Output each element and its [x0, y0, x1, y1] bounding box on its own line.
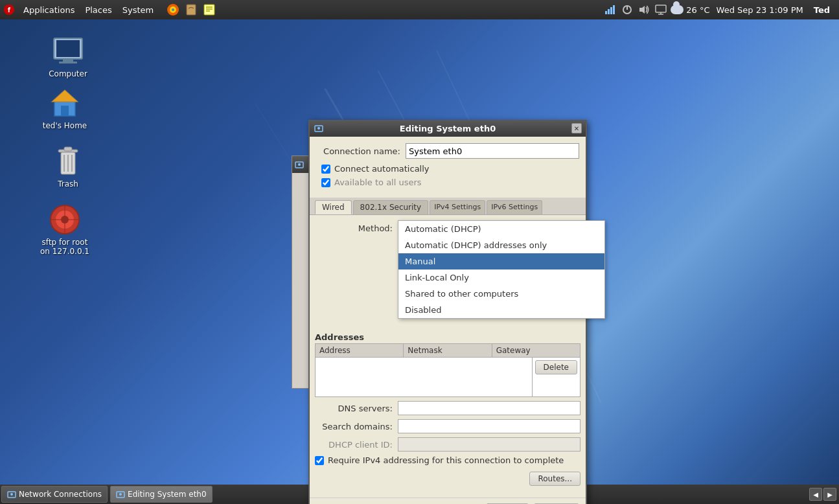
tab-802[interactable]: 802.1x Security — [353, 200, 429, 214]
svg-point-39 — [298, 163, 301, 166]
svg-marker-16 — [639, 6, 645, 14]
tab-wired[interactable]: Wired — [315, 200, 352, 214]
applications-menu[interactable]: Applications — [18, 0, 80, 19]
dropdown-item-shared[interactable]: Shared to other computers — [398, 286, 604, 302]
dhcp-row: DHCP client ID: — [310, 437, 586, 452]
places-menu[interactable]: Places — [80, 0, 117, 19]
nc-window-icon — [295, 160, 304, 169]
taskbar-editing-eth0[interactable]: Editing System eth0 — [110, 486, 213, 503]
edit-dialog: Editing System eth0 ✕ Connection name: C… — [308, 120, 587, 504]
tab-content: Method: Manual ▼ Automatic (DHCP) Automa… — [310, 215, 586, 494]
search-domains-row: Search domains: — [310, 419, 586, 433]
svg-point-4 — [172, 8, 174, 11]
dns-input[interactable] — [398, 401, 580, 415]
netmask-col-header: Netmask — [404, 344, 492, 357]
svg-rect-17 — [656, 5, 666, 12]
dialog-title: Editing System eth0 — [328, 124, 568, 133]
taskbar-nc-label: Network Connections — [19, 490, 102, 499]
connect-auto-checkbox[interactable] — [321, 165, 330, 174]
available-all-checkbox[interactable] — [321, 178, 330, 187]
method-dropdown-menu: Automatic (DHCP) Automatic (DHCP) addres… — [398, 220, 605, 319]
connect-auto-label: Connect automatically — [334, 164, 430, 174]
addresses-section: Addresses Address Netmask Gateway Delete — [310, 330, 586, 397]
available-all-label: Available to all users — [334, 178, 422, 187]
require-ipv4-row: Require IPv4 addressing for this connect… — [310, 455, 586, 465]
clock: Wed Sep 23 1:09 PM — [713, 5, 807, 15]
connect-auto-row: Connect automatically — [316, 164, 579, 174]
dialog-body: Connection name: Connect automatically A… — [310, 137, 586, 198]
system-menu[interactable]: System — [117, 0, 159, 19]
dropdown-item-auto-dhcp[interactable]: Automatic (DHCP) — [398, 221, 604, 237]
svg-rect-13 — [613, 5, 615, 14]
dropdown-item-manual[interactable]: Manual — [398, 253, 604, 269]
svg-point-43 — [10, 493, 13, 496]
connection-name-row: Connection name: — [316, 143, 579, 159]
taskbar-next-btn[interactable]: ▶ — [823, 488, 836, 501]
address-col-header: Address — [316, 344, 404, 357]
delete-btn-area: Delete — [533, 358, 580, 396]
search-label: Search domains: — [315, 422, 393, 431]
tab-ipv4[interactable]: IPv4 Settings — [430, 200, 485, 214]
weather-cloud-icon — [671, 5, 684, 14]
dialog-close-button[interactable]: ✕ — [571, 123, 582, 133]
require-ipv4-label: Require IPv4 addressing for this connect… — [328, 455, 564, 465]
addresses-list — [316, 358, 533, 396]
delete-button[interactable]: Delete — [535, 360, 577, 374]
method-label: Method: — [315, 223, 393, 233]
dialog-buttons: Cancel Apply... — [310, 498, 586, 504]
taskbar-edit-label: Editing System eth0 — [128, 490, 207, 499]
dropdown-item-disabled[interactable]: Disabled — [398, 302, 604, 318]
svg-rect-10 — [605, 11, 607, 14]
volume-icon[interactable] — [637, 3, 651, 17]
dialog-titlebar: Editing System eth0 ✕ — [310, 120, 586, 137]
dns-label: DNS servers: — [315, 404, 393, 413]
addresses-header: Address Netmask Gateway — [316, 344, 580, 358]
svg-rect-12 — [610, 7, 612, 14]
method-dropdown[interactable]: Manual ▼ Automatic (DHCP) Automatic (DHC… — [398, 220, 580, 236]
tab-bar: Wired 802.1x Security IPv4 Settings IPv6… — [310, 198, 586, 215]
taskbar-right: ◀ ▶ — [809, 488, 839, 501]
svg-point-41 — [317, 127, 320, 130]
display-icon[interactable] — [654, 3, 668, 17]
dns-row: DNS servers: — [310, 401, 586, 415]
require-ipv4-checkbox[interactable] — [315, 456, 324, 465]
connection-name-input[interactable] — [406, 143, 579, 159]
weather-temp: 26 °C — [686, 5, 709, 15]
username-label: Ted — [810, 5, 834, 15]
top-panel: f Applications Places System — [0, 0, 839, 19]
tab-ipv6[interactable]: IPv6 Settings — [487, 200, 542, 214]
panel-right: 26 °C Wed Sep 23 1:09 PM Ted — [603, 0, 839, 19]
connection-name-label: Connection name: — [316, 146, 400, 156]
gateway-col-header: Gateway — [492, 344, 580, 357]
bookmarks-icon[interactable] — [182, 1, 200, 19]
svg-rect-6 — [204, 5, 214, 15]
method-row: Method: Manual ▼ Automatic (DHCP) Automa… — [310, 220, 586, 236]
taskbar-nc-icon — [7, 490, 16, 498]
firefox-icon[interactable] — [164, 1, 182, 19]
addresses-label: Addresses — [310, 330, 586, 343]
svg-rect-11 — [608, 9, 610, 14]
addresses-table: Address Netmask Gateway Delete — [315, 343, 580, 397]
taskbar-prev-btn[interactable]: ◀ — [809, 488, 822, 501]
network-tray-icon[interactable] — [603, 3, 617, 17]
routes-button[interactable]: Routes... — [529, 472, 580, 486]
dhcp-label: DHCP client ID: — [315, 440, 393, 450]
search-domains-input[interactable] — [398, 419, 580, 433]
fedora-icon[interactable]: f — [0, 1, 18, 19]
taskbar-network-connections[interactable]: Network Connections — [1, 486, 108, 503]
dhcp-input — [398, 437, 580, 452]
dropdown-item-auto-dhcp-addr[interactable]: Automatic (DHCP) addresses only — [398, 237, 604, 253]
taskbar-edit-icon — [116, 490, 125, 498]
addresses-body: Delete — [316, 358, 580, 396]
dialog-title-icon — [314, 123, 324, 133]
svg-text:f: f — [8, 6, 11, 14]
available-all-row: Available to all users — [316, 178, 579, 187]
editor-icon[interactable] — [200, 1, 218, 19]
svg-rect-5 — [187, 5, 196, 15]
power-icon[interactable] — [620, 3, 634, 17]
svg-point-45 — [119, 493, 122, 496]
weather-widget: 26 °C — [671, 5, 709, 15]
dropdown-item-link-local[interactable]: Link-Local Only — [398, 269, 604, 286]
routes-row: Routes... — [310, 469, 586, 488]
